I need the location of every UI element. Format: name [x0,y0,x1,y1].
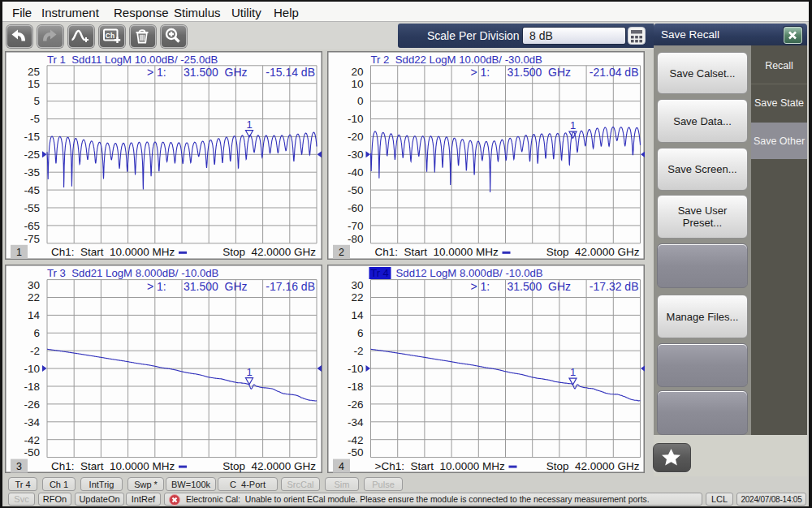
svg-text:-10: -10 [348,113,364,125]
svg-text:Tr 4: Tr 4 [370,267,389,279]
svg-text:1: 1 [16,247,22,258]
svg-text:-55: -55 [24,202,40,214]
svg-text:4: 4 [339,461,344,472]
svg-text:Ch1: Start 10.0000 MHz: Ch1: Start 10.0000 MHz [51,246,175,258]
svg-text:-35: -35 [24,166,40,179]
svg-text:6: 6 [357,327,364,339]
svg-text:31.500 GHz: 31.500 GHz [508,280,572,293]
svg-text:>Ch1: Start 10.0000 MHz: >Ch1: Start 10.0000 MHz [375,460,505,472]
svg-text:-60: -60 [348,202,364,214]
svg-text:-80: -80 [348,233,364,245]
svg-text:Ch1: Start 10.0000 MHz: Ch1: Start 10.0000 MHz [375,246,499,258]
svg-text:-70: -70 [348,220,364,232]
svg-text:-34: -34 [348,416,364,428]
svg-text:0: 0 [357,95,364,107]
svg-text:-42: -42 [348,434,364,446]
svg-text:-26: -26 [348,398,364,411]
svg-text:1: 1 [246,118,252,131]
svg-text:-26: -26 [24,398,40,411]
svg-text:14: 14 [28,309,41,321]
svg-text:-5: -5 [30,113,40,125]
svg-text:-50: -50 [348,446,364,458]
svg-text:14: 14 [351,309,364,321]
svg-text:15: 15 [28,78,40,90]
svg-text:> 1:: > 1: [471,280,490,293]
svg-text:31.500 GHz: 31.500 GHz [184,66,248,79]
svg-text:Tr 1 Sdd11 LogM 10.00dB/ -25.: Tr 1 Sdd11 LogM 10.00dB/ -25.0dB [47,54,218,66]
svg-text:> 1:: > 1: [147,280,166,293]
svg-text:-45: -45 [24,184,40,196]
svg-text:Stop 42.0000 GHz: Stop 42.0000 GHz [222,246,316,258]
svg-text:3: 3 [16,461,22,472]
svg-text:-75: -75 [24,233,40,245]
svg-text:-17.32 dB: -17.32 dB [590,280,639,293]
svg-text:Stop 42.0000 GHz: Stop 42.0000 GHz [546,460,640,472]
svg-text:-10: -10 [348,363,364,375]
svg-text:10: 10 [351,78,363,90]
svg-text:Stop 42.0000 GHz: Stop 42.0000 GHz [546,246,640,258]
svg-text:22: 22 [351,291,363,304]
svg-text:-50: -50 [24,446,40,458]
svg-text:25: 25 [28,66,40,78]
svg-text:-34: -34 [24,416,40,428]
svg-text:31.500 GHz: 31.500 GHz [184,280,248,293]
svg-text:-50: -50 [348,184,364,196]
svg-text:2: 2 [339,247,344,258]
svg-text:30: 30 [351,279,363,291]
svg-text:1: 1 [570,366,576,378]
svg-text:-2: -2 [30,345,40,357]
svg-text:5: 5 [33,95,40,107]
svg-text:> 1:: > 1: [147,66,166,79]
svg-text:20: 20 [351,66,363,78]
svg-text:-15: -15 [24,131,40,143]
svg-text:-40: -40 [348,166,364,179]
svg-text:-15.14 dB: -15.14 dB [266,66,315,79]
svg-text:Ch1: Start 10.0000 MHz: Ch1: Start 10.0000 MHz [51,460,175,472]
svg-text:Tr 2 Sdd22 LogM 10.00dB/ -30.: Tr 2 Sdd22 LogM 10.00dB/ -30.0dB [371,54,543,66]
svg-text:Ch: Ch [106,32,114,40]
svg-text:Tr 3 Sdd21 LogM 8.000dB/ -10.: Tr 3 Sdd21 LogM 8.000dB/ -10.0dB [47,267,219,279]
svg-text:30: 30 [28,279,40,291]
svg-text:6: 6 [33,327,40,339]
svg-text:-30: -30 [348,149,364,161]
svg-text:-25: -25 [24,149,40,161]
svg-text:1: 1 [246,366,252,378]
svg-text:-20: -20 [348,131,364,143]
svg-text:-10: -10 [24,363,40,375]
svg-text:-42: -42 [24,434,40,446]
svg-text:-21.04 dB: -21.04 dB [590,66,639,79]
svg-text:-17.16 dB: -17.16 dB [266,280,315,293]
svg-text:Sdd12 LogM 8.000dB/ -10.0dB: Sdd12 LogM 8.000dB/ -10.0dB [396,267,543,279]
svg-text:1: 1 [570,119,576,131]
svg-text:Stop 42.0000 GHz: Stop 42.0000 GHz [222,460,316,472]
svg-text:22: 22 [28,291,40,304]
svg-text:31.500 GHz: 31.500 GHz [508,66,572,79]
svg-text:-18: -18 [348,381,364,393]
svg-text:-65: -65 [24,220,40,232]
svg-text:> 1:: > 1: [471,66,490,79]
svg-text:-2: -2 [353,345,363,357]
svg-text:-18: -18 [24,381,40,393]
